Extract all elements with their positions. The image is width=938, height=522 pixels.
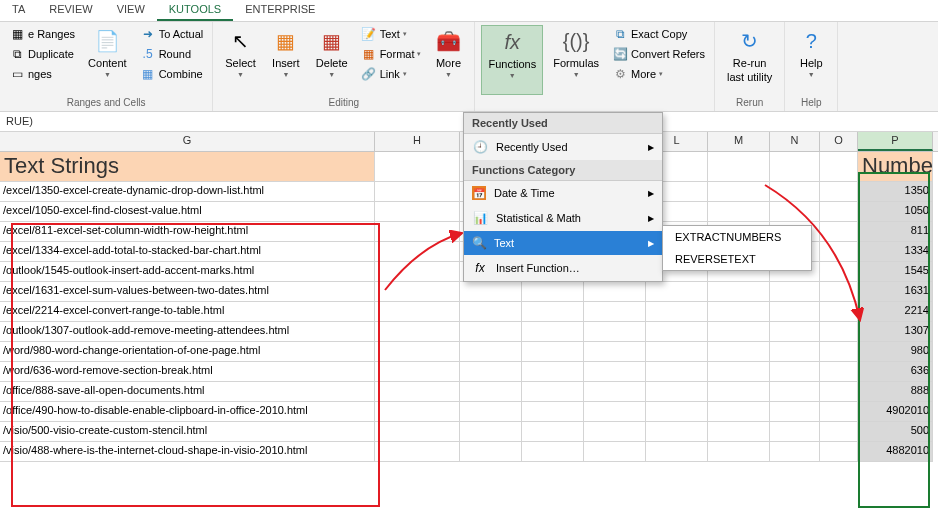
string-cell[interactable]: /word/636-word-remove-section-break.html — [0, 362, 375, 382]
col-header-M[interactable]: M — [708, 132, 770, 151]
empty-cell[interactable] — [460, 322, 522, 342]
empty-cell[interactable] — [584, 362, 646, 382]
empty-cell[interactable] — [375, 342, 460, 362]
col-header-G[interactable]: G — [0, 132, 375, 151]
empty-cell[interactable] — [375, 322, 460, 342]
empty-cell[interactable] — [770, 442, 820, 462]
menu-recently-used[interactable]: 🕘Recently Used▶ — [464, 134, 662, 160]
string-cell[interactable]: /visio/500-visio-create-custom-stencil.h… — [0, 422, 375, 442]
empty-cell[interactable] — [646, 322, 708, 342]
combine-button[interactable]: ▦Combine — [137, 65, 207, 83]
empty-cell[interactable] — [522, 422, 584, 442]
col-header-H[interactable]: H — [375, 132, 460, 151]
empty-cell[interactable] — [522, 342, 584, 362]
empty-cell[interactable] — [375, 362, 460, 382]
menu-date-time[interactable]: 📅Date & Time▶ — [464, 181, 662, 205]
delete-button[interactable]: ▦Delete▼ — [310, 25, 354, 95]
formulas-button[interactable]: {()}Formulas▼ — [547, 25, 605, 95]
number-cell[interactable]: 500 — [858, 422, 933, 442]
empty-cell[interactable] — [460, 302, 522, 322]
empty-cell[interactable] — [460, 382, 522, 402]
empty-cell[interactable] — [522, 282, 584, 302]
empty-cell[interactable] — [820, 442, 858, 462]
number-cell[interactable]: 980 — [858, 342, 933, 362]
empty-cell[interactable] — [375, 382, 460, 402]
empty-cell[interactable] — [646, 382, 708, 402]
empty-cell[interactable] — [522, 442, 584, 462]
empty-cell[interactable] — [646, 342, 708, 362]
empty-cell[interactable] — [522, 322, 584, 342]
number-cell[interactable]: 4882010 — [858, 442, 933, 462]
empty-cell[interactable] — [646, 402, 708, 422]
number-cell[interactable]: 636 — [858, 362, 933, 382]
empty-cell[interactable] — [375, 202, 460, 222]
content-button[interactable]: 📄Content▼ — [82, 25, 133, 95]
number-cell[interactable]: 4902010 — [858, 402, 933, 422]
string-cell[interactable]: /excel/1350-excel-create-dynamic-drop-do… — [0, 182, 375, 202]
string-cell[interactable]: /excel/1334-excel-add-total-to-stacked-b… — [0, 242, 375, 262]
header-cell[interactable] — [770, 152, 820, 182]
empty-cell[interactable] — [375, 402, 460, 422]
empty-cell[interactable] — [708, 422, 770, 442]
empty-cell[interactable] — [708, 382, 770, 402]
empty-cell[interactable] — [770, 422, 820, 442]
empty-cell[interactable] — [584, 322, 646, 342]
empty-cell[interactable] — [375, 302, 460, 322]
string-cell[interactable]: /word/980-word-change-orientation-of-one… — [0, 342, 375, 362]
tab-enterprise[interactable]: ENTERPRISE — [233, 0, 327, 21]
menu-stat-math[interactable]: 📊Statistical & Math▶ — [464, 205, 662, 231]
functions-button[interactable]: fxFunctions▼ — [481, 25, 543, 95]
empty-cell[interactable] — [770, 382, 820, 402]
empty-cell[interactable] — [460, 402, 522, 422]
header-cell[interactable] — [820, 152, 858, 182]
string-cell[interactable]: /excel/811-excel-set-column-width-row-he… — [0, 222, 375, 242]
header-cell[interactable]: Numbers — [858, 152, 933, 182]
empty-cell[interactable] — [708, 362, 770, 382]
string-cell[interactable]: /excel/1631-excel-sum-values-between-two… — [0, 282, 375, 302]
col-header-P[interactable]: P — [858, 132, 933, 151]
col-header-O[interactable]: O — [820, 132, 858, 151]
empty-cell[interactable] — [646, 302, 708, 322]
tab-review[interactable]: REVIEW — [37, 0, 104, 21]
ranges2-button[interactable]: ▭nges — [6, 65, 78, 83]
empty-cell[interactable] — [584, 442, 646, 462]
empty-cell[interactable] — [708, 442, 770, 462]
ranges-button[interactable]: ▦e Ranges — [6, 25, 78, 43]
string-cell[interactable]: /visio/488-where-is-the-internet-cloud-s… — [0, 442, 375, 462]
convertrefers-button[interactable]: 🔄Convert Refers — [609, 45, 708, 63]
duplicate-button[interactable]: ⧉Duplicate — [6, 45, 78, 63]
empty-cell[interactable] — [375, 182, 460, 202]
empty-cell[interactable] — [584, 342, 646, 362]
empty-cell[interactable] — [584, 402, 646, 422]
round-button[interactable]: .5Round — [137, 45, 207, 63]
empty-cell[interactable] — [646, 442, 708, 462]
rerun-button[interactable]: ↻Re-runlast utility — [721, 25, 778, 95]
empty-cell[interactable] — [820, 422, 858, 442]
header-cell[interactable]: Text Strings — [0, 152, 375, 182]
empty-cell[interactable] — [584, 282, 646, 302]
tab-kutools[interactable]: KUTOOLS — [157, 0, 233, 21]
select-button[interactable]: ↖Select▼ — [219, 25, 262, 95]
menu-insert-function[interactable]: fxInsert Function… — [464, 255, 662, 281]
insert-button[interactable]: ▦Insert▼ — [266, 25, 306, 95]
empty-cell[interactable] — [460, 442, 522, 462]
empty-cell[interactable] — [375, 442, 460, 462]
exactcopy-button[interactable]: ⧉Exact Copy — [609, 25, 708, 43]
more-button[interactable]: 🧰More▼ — [428, 25, 468, 95]
text-button[interactable]: 📝Text▾ — [358, 25, 425, 43]
empty-cell[interactable] — [584, 382, 646, 402]
header-cell[interactable] — [708, 152, 770, 182]
empty-cell[interactable] — [708, 402, 770, 422]
empty-cell[interactable] — [460, 362, 522, 382]
empty-cell[interactable] — [820, 382, 858, 402]
empty-cell[interactable] — [820, 402, 858, 422]
empty-cell[interactable] — [770, 402, 820, 422]
format-button[interactable]: ▦Format▾ — [358, 45, 425, 63]
string-cell[interactable]: /office/888-save-all-open-documents.html — [0, 382, 375, 402]
header-cell[interactable] — [375, 152, 460, 182]
string-cell[interactable]: /excel/2214-excel-convert-range-to-table… — [0, 302, 375, 322]
empty-cell[interactable] — [584, 302, 646, 322]
toactual-button[interactable]: ➜To Actual — [137, 25, 207, 43]
menu-text[interactable]: 🔍Text▶ — [464, 231, 662, 255]
empty-cell[interactable] — [375, 422, 460, 442]
